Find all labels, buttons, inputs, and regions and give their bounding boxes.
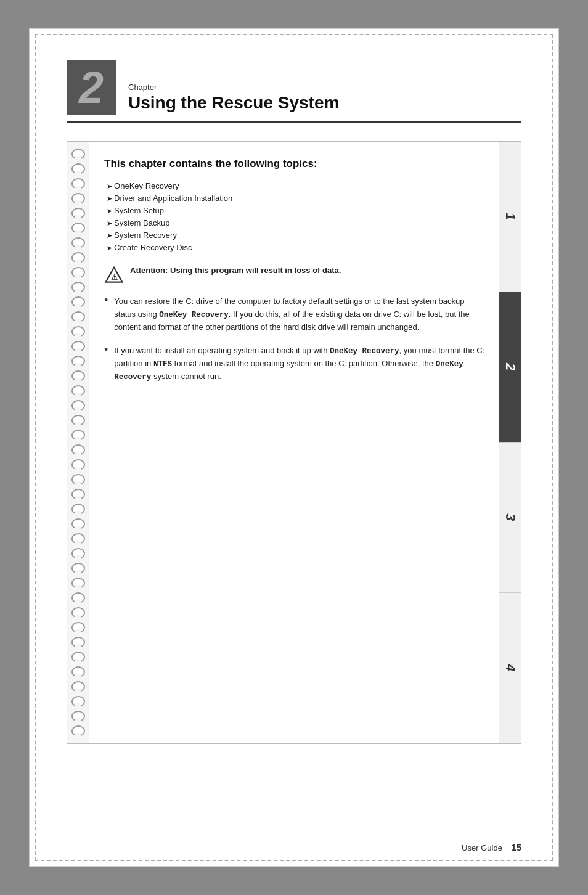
- tab-number-3: 3: [502, 513, 518, 521]
- attention-icon: ⚠: [104, 266, 124, 285]
- spiral-ring: [71, 370, 85, 382]
- spiral-ring: [71, 149, 85, 160]
- bullet-text-1: You can restore the C: drive of the comp…: [114, 295, 486, 334]
- attention-text: Attention: Using this program will resul…: [130, 264, 341, 277]
- bullet-item-2: • If you want to install an operating sy…: [104, 345, 486, 383]
- footer-label: User Guide: [462, 843, 502, 852]
- spiral-ring: [71, 459, 85, 470]
- tab-bar: 1 2 3 4: [499, 142, 521, 743]
- spiral-ring: [71, 548, 85, 559]
- tab-4[interactable]: 4: [499, 593, 521, 743]
- spiral-ring: [71, 282, 85, 293]
- spiral-ring: [71, 237, 85, 248]
- toc-item: Driver and Application Installation: [104, 194, 486, 203]
- page: 2 Chapter Using the Rescue System: [29, 28, 559, 867]
- toc-heading: This chapter contains the following topi…: [104, 157, 486, 171]
- spiral-ring: [71, 681, 85, 692]
- spiral-ring: [71, 444, 85, 456]
- tab-2[interactable]: 2: [499, 292, 521, 443]
- spiral-ring: [71, 489, 85, 500]
- footer-page: 15: [511, 842, 521, 852]
- onekey-recovery-ref-1: OneKey Recovery: [159, 311, 229, 319]
- spiral-ring: [71, 504, 85, 515]
- toc-item: System Setup: [104, 206, 486, 215]
- spiral-ring: [71, 696, 85, 707]
- chapter-number-block: 2: [67, 60, 116, 115]
- tab-3[interactable]: 3: [499, 443, 521, 593]
- spiral-ring: [71, 400, 85, 411]
- bullet-dot: •: [104, 343, 108, 356]
- chapter-label-title: Chapter Using the Rescue System: [128, 83, 339, 115]
- attention-body: Using this program will result in loss o…: [170, 266, 341, 275]
- tab-number-1: 1: [502, 213, 518, 220]
- spiral-binding: [67, 142, 89, 743]
- tab-number-4: 4: [502, 664, 518, 671]
- spiral-ring: [71, 267, 85, 278]
- spiral-ring: [71, 193, 85, 204]
- toc-item: Create Recovery Disc: [104, 243, 486, 252]
- toc-item: OneKey Recovery: [104, 181, 486, 190]
- spiral-ring: [71, 356, 85, 367]
- attention-label: Attention:: [130, 266, 168, 275]
- spiral-ring: [71, 607, 85, 618]
- onekey-recovery-ref-2: OneKey Recovery: [330, 347, 399, 356]
- spiral-ring: [71, 725, 85, 737]
- spiral-ring: [71, 341, 85, 352]
- spiral-ring: [71, 711, 85, 722]
- spiral-ring: [71, 163, 85, 174]
- bullet-item-1: • You can restore the C: drive of the co…: [104, 295, 486, 334]
- spiral-ring: [71, 415, 85, 426]
- chapter-number: 2: [79, 65, 104, 110]
- tab-number-2: 2: [502, 363, 518, 370]
- spiral-ring: [71, 178, 85, 189]
- attention-box: ⚠ Attention: Using this program will res…: [104, 264, 486, 285]
- toc-list: OneKey Recovery Driver and Application I…: [104, 181, 486, 252]
- bullet-dot: •: [104, 294, 108, 307]
- spiral-ring: [71, 666, 85, 677]
- spiral-ring: [71, 223, 85, 234]
- spiral-ring: [71, 637, 85, 648]
- spiral-ring: [71, 652, 85, 663]
- chapter-word: Chapter: [128, 83, 339, 92]
- footer: User Guide 15: [462, 842, 521, 852]
- spiral-ring: [71, 252, 85, 263]
- main-content: This chapter contains the following topi…: [89, 142, 499, 743]
- toc-item: System Recovery: [104, 231, 486, 240]
- svg-text:⚠: ⚠: [111, 273, 118, 282]
- spiral-ring: [71, 622, 85, 633]
- spiral-ring: [71, 533, 85, 544]
- spiral-ring: [71, 296, 85, 308]
- spiral-ring: [71, 385, 85, 396]
- bullet-section: • You can restore the C: drive of the co…: [104, 295, 486, 384]
- spiral-ring: [71, 430, 85, 441]
- spiral-ring: [71, 518, 85, 529]
- chapter-header: 2 Chapter Using the Rescue System: [67, 60, 521, 115]
- chapter-title: Using the Rescue System: [128, 93, 339, 113]
- bullet-text-2: If you want to install an operating syst…: [114, 345, 486, 383]
- spiral-ring: [71, 578, 85, 589]
- spiral-ring: [71, 592, 85, 603]
- spiral-ring: [71, 474, 85, 485]
- tab-1[interactable]: 1: [499, 142, 521, 292]
- spiral-ring: [71, 311, 85, 322]
- spiral-ring: [71, 563, 85, 574]
- right-border-decoration: [551, 34, 553, 861]
- toc-item: System Backup: [104, 218, 486, 227]
- content-box: This chapter contains the following topi…: [67, 141, 521, 744]
- ntfs-ref: NTFS: [153, 360, 172, 369]
- header-rule: [67, 121, 521, 123]
- spiral-ring: [71, 208, 85, 219]
- left-border-decoration: [35, 34, 37, 861]
- spiral-ring: [71, 326, 85, 337]
